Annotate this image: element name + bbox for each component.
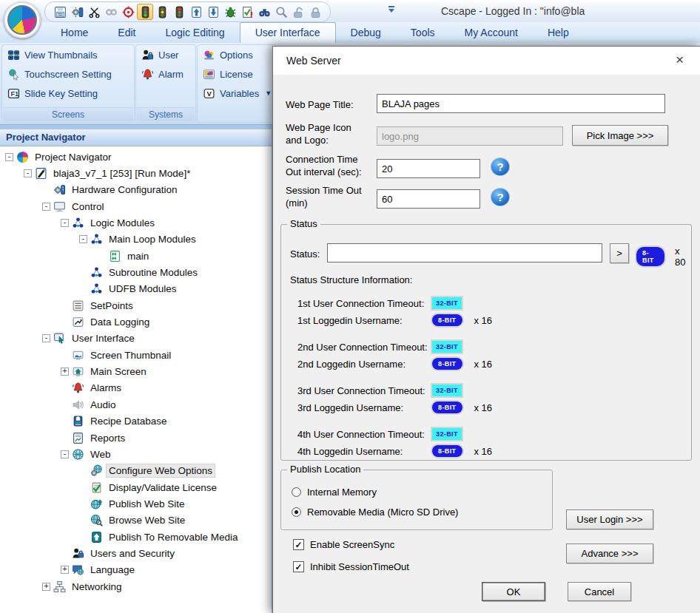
tab-my-account[interactable]: My Account	[450, 23, 533, 43]
idle-mode-button[interactable]	[154, 4, 170, 20]
tree-item-display-validate-license[interactable]: Display/Validate License	[0, 479, 272, 495]
expand-icon[interactable]: +	[61, 566, 69, 574]
session-timeout-help-icon[interactable]: ?	[491, 188, 510, 206]
tree-item-logic-modules[interactable]: -Logic Modules	[0, 214, 272, 231]
cut-button[interactable]	[86, 4, 102, 20]
tree-item-label: Screen Thumbnail	[88, 349, 173, 362]
ribbon-item-options[interactable]: Options	[198, 45, 276, 64]
toolbar-customize-caret-icon[interactable]	[388, 6, 395, 15]
find-button[interactable]	[256, 4, 272, 20]
tree-item-configure-web-options[interactable]: Configure Web Options	[0, 463, 272, 479]
tree-item-language[interactable]: +Language	[0, 562, 272, 578]
ribbon-item-user[interactable]: User	[136, 45, 195, 64]
ribbon-item-license[interactable]: License	[198, 64, 276, 84]
link-button[interactable]	[103, 4, 119, 20]
lock-button[interactable]	[307, 4, 323, 20]
license-icon	[203, 68, 215, 81]
tree-item-control[interactable]: -Control	[0, 198, 272, 214]
ok-button[interactable]: OK	[482, 582, 545, 601]
checkbox-inhibit-sessiontimeout[interactable]: ✓Inhibit SessionTimeOut	[293, 561, 409, 572]
checkbox-icon[interactable]: ✓	[293, 539, 304, 550]
ribbon-item-touchscreen-setting[interactable]: Touchscreen Setting	[2, 64, 134, 84]
validate-program-button[interactable]	[239, 4, 255, 20]
radio-icon[interactable]	[292, 487, 301, 497]
status-input[interactable]	[327, 243, 602, 263]
tree-item-main-loop-modules[interactable]: -Main Loop Modules	[0, 231, 272, 248]
language-icon	[72, 563, 84, 576]
user-icon	[72, 547, 84, 560]
tab-edit[interactable]: Edit	[103, 23, 150, 43]
tree-item-audio[interactable]: Audio	[0, 396, 272, 413]
close-icon[interactable]: ×	[676, 53, 684, 67]
tree-item-data-logging[interactable]: Data Logging	[0, 314, 272, 330]
radio-removable-media-micro-sd-drive[interactable]: Removable Media (Micro SD Drive)	[292, 507, 458, 518]
tab-debug[interactable]: Debug	[336, 23, 396, 43]
tree-item-blaja3-v7-1-253-run-mode[interactable]: -blaja3_v7_1 [253] [Run Mode]*	[0, 165, 272, 181]
ribbon-item-label: User	[158, 50, 178, 61]
advance-button[interactable]: Advance >>>	[566, 543, 653, 563]
connection-timeout-help-icon[interactable]: ?	[491, 158, 510, 176]
search-button[interactable]	[273, 4, 289, 20]
collapse-icon[interactable]: -	[79, 235, 87, 243]
tree-item-user-interface[interactable]: -User Interface	[0, 331, 272, 347]
tree-item-alarms[interactable]: Alarms	[0, 380, 272, 396]
tree-item-udfb-modules[interactable]: UDFB Modules	[0, 281, 272, 297]
expand-icon[interactable]: +	[42, 583, 50, 591]
tree-item-reports[interactable]: Reports	[0, 430, 272, 446]
tree-item-subroutine-modules[interactable]: Subroutine Modules	[0, 264, 272, 280]
tree-item-publish-web-site[interactable]: Publish Web Site	[0, 495, 272, 512]
status-row-multiplier: x 16	[474, 402, 493, 413]
radio-internal-memory[interactable]: Internal Memory	[292, 487, 377, 498]
tree-item-project-navigator[interactable]: -Project Navigator	[0, 149, 272, 165]
tab-logic-editing[interactable]: Logic Editing	[150, 23, 239, 43]
expand-icon[interactable]: +	[61, 368, 69, 376]
tree-item-label: Web	[88, 448, 113, 461]
tree-item-users-and-security[interactable]: Users and Security	[0, 545, 272, 561]
settings-button[interactable]	[69, 4, 85, 20]
collapse-icon[interactable]: -	[24, 169, 32, 177]
tree-item-main-screen[interactable]: +Main Screen	[0, 363, 272, 379]
tree-item-web[interactable]: -Web	[0, 446, 272, 462]
run-mode-button[interactable]	[137, 4, 153, 20]
tree-item-browse-web-site[interactable]: Browse Web Site	[0, 512, 272, 529]
collapse-icon[interactable]: -	[5, 153, 13, 161]
ribbon-item-view-thumbnails[interactable]: View Thumbnails	[2, 45, 134, 64]
radio-icon[interactable]	[292, 507, 301, 517]
tree-item-networking[interactable]: +Networking	[0, 578, 272, 595]
ribbon-item-variables[interactable]: VVariables▼	[198, 84, 276, 103]
tree-item-hardware-configuration[interactable]: Hardware Configuration	[0, 182, 272, 198]
debug-button[interactable]	[222, 4, 238, 20]
tree-item-main[interactable]: main	[0, 248, 272, 264]
status-expand-button[interactable]: >	[610, 243, 629, 263]
save-button[interactable]	[52, 4, 68, 20]
tree-item-publish-to-removable-media[interactable]: Publish To Removable Media	[0, 529, 272, 545]
connection-timeout-input[interactable]	[377, 159, 480, 178]
checkbox-enable-screensync[interactable]: ✓Enable ScreenSync	[293, 539, 394, 550]
stop-mode-button[interactable]	[171, 4, 187, 20]
tab-help[interactable]: Help	[533, 23, 584, 43]
user-login-button[interactable]: User Login >>>	[566, 509, 653, 529]
app-logo-button[interactable]	[4, 1, 41, 38]
collapse-icon[interactable]: -	[42, 334, 50, 342]
upload-program-button[interactable]	[188, 4, 204, 20]
tree-item-screen-thumbnail[interactable]: Screen Thumbnail	[0, 347, 272, 363]
web-page-title-input[interactable]	[377, 94, 665, 113]
collapse-icon[interactable]: -	[61, 450, 69, 458]
cancel-button[interactable]: Cancel	[568, 582, 631, 601]
checkbox-icon[interactable]: ✓	[293, 561, 304, 572]
target-button[interactable]	[120, 4, 136, 20]
pick-image-button[interactable]: Pick Image >>>	[572, 125, 668, 146]
tab-user-interface[interactable]: User Interface	[240, 22, 336, 44]
unlock-button[interactable]	[290, 4, 306, 20]
ribbon-item-alarm[interactable]: Alarm	[136, 64, 195, 84]
tab-home[interactable]: Home	[46, 23, 103, 43]
collapse-icon[interactable]: -	[61, 219, 69, 227]
collapse-icon[interactable]: -	[42, 203, 50, 211]
ribbon-item-slide-key-setting[interactable]: F1Slide Key Setting	[2, 84, 134, 103]
download-program-button[interactable]	[205, 4, 221, 20]
tree-item-setpoints[interactable]: SetPoints	[0, 297, 272, 314]
ribbon-group-systems: UserAlarmSystems	[135, 44, 196, 123]
tree-item-recipe-database[interactable]: Recipe Database	[0, 413, 272, 430]
tab-tools[interactable]: Tools	[396, 23, 450, 43]
session-timeout-input[interactable]	[377, 189, 480, 209]
